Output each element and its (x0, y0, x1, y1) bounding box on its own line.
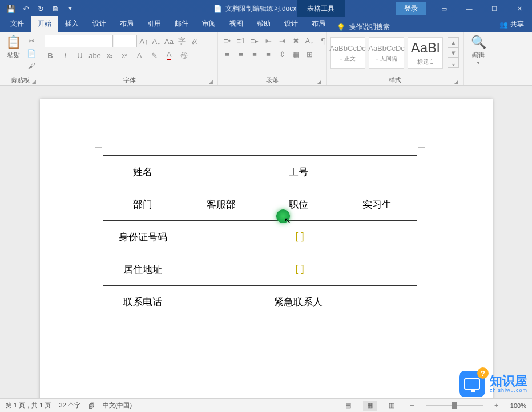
tell-me-search[interactable]: 💡 操作说明搜索 (332, 22, 394, 32)
increase-indent-icon[interactable]: ⇥ (276, 35, 288, 46)
web-layout-icon[interactable]: ▥ (385, 401, 398, 411)
style-normal[interactable]: AaBbCcDc ↓ 正文 (330, 37, 365, 69)
document-area[interactable]: 姓名 工号 部门 客服部 职位 实习生 身份证号码 [] 居住地址 (0, 86, 532, 398)
editable-bracket[interactable]: [] (294, 231, 305, 243)
status-page[interactable]: 第 1 页，共 1 页 (6, 401, 51, 410)
table-row[interactable]: 联系电话 紧急联系人 (103, 286, 417, 318)
zoom-slider[interactable] (426, 405, 483, 406)
borders-icon[interactable]: ⊞ (304, 49, 315, 60)
redo-icon[interactable]: ↻ (34, 2, 47, 15)
zoom-in-icon[interactable]: + (491, 400, 502, 411)
style-heading1[interactable]: AaBl 标题 1 (408, 37, 443, 69)
table-row[interactable]: 居住地址 [] (103, 253, 417, 286)
tab-review[interactable]: 审阅 (195, 16, 223, 32)
cell-name-value[interactable] (183, 156, 260, 188)
status-language[interactable]: 中文(中国) (103, 401, 132, 410)
styles-launcher-icon[interactable]: ◢ (454, 79, 458, 84)
decrease-font-icon[interactable]: A↓ (151, 35, 162, 47)
cell-emergency-label[interactable]: 紧急联系人 (260, 286, 337, 318)
login-button[interactable]: 登录 (396, 2, 426, 15)
cell-id-value[interactable] (337, 156, 417, 188)
sort-icon[interactable]: A↓ (304, 35, 315, 46)
print-layout-icon[interactable]: ▦ (363, 401, 377, 411)
italic-icon[interactable]: I (59, 50, 71, 61)
align-center-icon[interactable]: ≡ (235, 49, 247, 60)
tab-mailings[interactable]: 邮件 (168, 16, 195, 32)
styles-more-icon[interactable]: ⌄ (448, 58, 459, 68)
zoom-thumb[interactable] (452, 402, 457, 409)
cell-position-value[interactable]: 实习生 (337, 188, 417, 221)
ribbon-display-icon[interactable]: ▭ (432, 0, 457, 17)
employee-table[interactable]: 姓名 工号 部门 客服部 职位 实习生 身份证号码 [] 居住地址 (103, 155, 417, 318)
underline-icon[interactable]: U (74, 50, 86, 61)
change-case-icon[interactable]: Aa (163, 35, 175, 47)
zoom-level[interactable]: 100% (510, 402, 526, 409)
maximize-icon[interactable]: ☐ (482, 0, 507, 17)
shading-icon[interactable]: ▦ (290, 49, 301, 60)
format-painter-icon[interactable]: 🖌 (26, 60, 37, 71)
asian-layout-icon[interactable]: ✖ (290, 35, 301, 46)
undo-icon[interactable]: ↶ (19, 2, 32, 15)
bold-icon[interactable]: B (45, 50, 56, 61)
table-row[interactable]: 身份证号码 [] (103, 221, 417, 253)
font-family-select[interactable] (45, 35, 113, 47)
qat-dropdown-icon[interactable]: ▼ (64, 2, 76, 15)
tab-table-design[interactable]: 设计 (277, 16, 305, 32)
strike-icon[interactable]: abe (89, 50, 100, 61)
cell-phone-label[interactable]: 联系电话 (103, 286, 183, 318)
tab-file[interactable]: 文件 (3, 16, 31, 32)
cell-dept-label[interactable]: 部门 (103, 188, 183, 221)
tab-references[interactable]: 引用 (140, 16, 168, 32)
status-word-count[interactable]: 32 个字 (59, 401, 80, 410)
tab-view[interactable]: 视图 (223, 16, 250, 32)
zoom-out-icon[interactable]: − (406, 400, 418, 411)
justify-icon[interactable]: ≡ (263, 49, 274, 60)
text-effects-icon[interactable]: A (134, 50, 145, 61)
numbering-icon[interactable]: ≡1 (235, 35, 247, 46)
clipboard-launcher-icon[interactable]: ◢ (32, 79, 36, 84)
superscript-icon[interactable]: x² (119, 50, 130, 61)
cut-icon[interactable]: ✂ (26, 35, 37, 46)
style-no-spacing[interactable]: AaBbCcDc ↓ 无间隔 (369, 37, 404, 69)
styles-down-icon[interactable]: ▾ (448, 47, 459, 58)
decrease-indent-icon[interactable]: ⇤ (263, 35, 274, 46)
multilevel-icon[interactable]: ≡▸ (249, 35, 260, 46)
clear-format-icon[interactable]: A̷ (188, 35, 200, 47)
font-launcher-icon[interactable]: ◢ (209, 79, 213, 84)
editing-button[interactable]: 🔍 编辑 ▼ (467, 34, 490, 66)
tab-help[interactable]: 帮助 (250, 16, 277, 32)
font-color-icon[interactable]: A (163, 50, 175, 61)
save-icon[interactable]: 💾 (5, 2, 17, 15)
cell-idcard-value[interactable]: [] (183, 221, 417, 253)
cell-address-label[interactable]: 居住地址 (103, 253, 183, 286)
editable-bracket[interactable]: [] (294, 264, 305, 275)
paragraph-launcher-icon[interactable]: ◢ (317, 79, 321, 84)
close-icon[interactable]: ✕ (507, 0, 532, 17)
cell-position-label[interactable]: 职位 (260, 188, 337, 221)
preview-icon[interactable]: 🗎 (49, 2, 62, 15)
tab-design[interactable]: 设计 (86, 16, 113, 32)
styles-up-icon[interactable]: ▴ (448, 37, 459, 47)
align-right-icon[interactable]: ≡ (249, 49, 260, 60)
align-left-icon[interactable]: ≡ (221, 49, 233, 60)
tab-table-layout[interactable]: 布局 (305, 16, 332, 32)
font-size-select[interactable] (114, 35, 137, 47)
phonetic-guide-icon[interactable]: 字 (176, 35, 187, 47)
copy-icon[interactable]: 📄 (26, 47, 37, 59)
enclose-char-icon[interactable]: ㊕ (178, 50, 190, 61)
line-spacing-icon[interactable]: ⇕ (276, 49, 288, 60)
cell-name-label[interactable]: 姓名 (103, 156, 183, 188)
cell-id-label[interactable]: 工号 (260, 156, 337, 188)
cell-dept-value[interactable]: 客服部 (183, 188, 260, 221)
cell-address-value[interactable]: [] (183, 253, 417, 286)
paste-button[interactable]: 📋 粘贴 (3, 34, 23, 59)
cell-idcard-label[interactable]: 身份证号码 (103, 221, 183, 253)
subscript-icon[interactable]: x₂ (104, 50, 115, 61)
cell-emergency-value[interactable] (337, 286, 417, 318)
table-row[interactable]: 部门 客服部 职位 实习生 (103, 188, 417, 221)
tab-layout[interactable]: 布局 (113, 16, 140, 32)
table-row[interactable]: 姓名 工号 (103, 156, 417, 188)
highlight-icon[interactable]: ✎ (148, 50, 160, 61)
share-button[interactable]: 👥 共享 (499, 19, 524, 29)
bullets-icon[interactable]: ≡• (221, 35, 233, 46)
